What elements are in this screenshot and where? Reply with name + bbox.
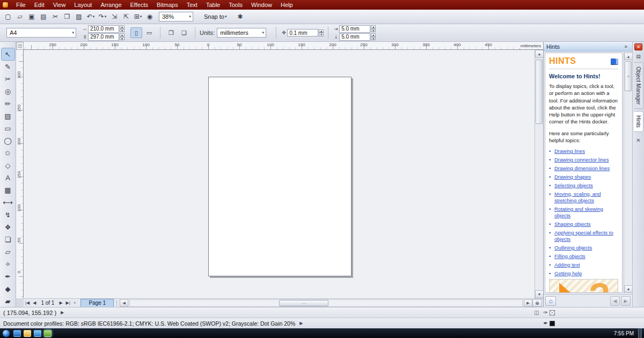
pick-tool[interactable]: ↖ bbox=[2, 48, 14, 60]
vertical-ruler[interactable]: 300250200150100500 bbox=[16, 50, 24, 298]
page-width-stepper[interactable]: ▲▼ bbox=[120, 25, 125, 32]
straight-line-connector-tool[interactable]: ↯ bbox=[2, 209, 14, 221]
hints-home-button[interactable]: ⌂ bbox=[545, 296, 556, 306]
duplicate-x-field[interactable]: 5.0 mm bbox=[339, 25, 370, 33]
start-button[interactable] bbox=[2, 329, 10, 337]
previous-page-button[interactable]: ◀ bbox=[31, 299, 38, 307]
zoom-tool[interactable]: ◎ bbox=[2, 85, 14, 97]
paste-button[interactable]: ▨ bbox=[74, 11, 84, 22]
hint-link[interactable]: Outlining objects bbox=[554, 245, 592, 251]
vertical-scroll-thumb[interactable] bbox=[536, 60, 543, 124]
menu-view[interactable]: View bbox=[49, 0, 70, 10]
nudge-offset-field[interactable]: 0.1 mm bbox=[287, 29, 318, 36]
page-width-field[interactable]: 210.0 mm bbox=[88, 25, 119, 33]
close-tab-group-icon[interactable]: ✕ bbox=[636, 137, 640, 143]
docker-scroll-thumb[interactable]: ≡ bbox=[625, 61, 632, 91]
menu-layout[interactable]: Layout bbox=[70, 0, 96, 10]
menu-tools[interactable]: Tools bbox=[224, 0, 247, 10]
scroll-up-icon[interactable]: ▲ bbox=[624, 53, 633, 60]
system-clock[interactable]: 7:55 PM bbox=[614, 330, 634, 336]
hints-back-button[interactable]: ◀ bbox=[610, 296, 620, 306]
hint-link[interactable]: Adding text bbox=[554, 262, 580, 268]
hint-link[interactable]: Rotating and skewing objects bbox=[554, 206, 618, 219]
hint-link[interactable]: Getting help bbox=[554, 270, 582, 277]
parallel-dimension-tool[interactable]: ⟷ bbox=[2, 196, 14, 208]
current-page-button[interactable]: ❏ bbox=[178, 27, 190, 38]
new-document-button[interactable]: ▢ bbox=[3, 11, 13, 22]
explorer-taskbar-icon[interactable] bbox=[24, 330, 31, 337]
hint-link[interactable]: Selecting objects bbox=[554, 182, 593, 189]
hint-link[interactable]: Drawing shapes bbox=[554, 174, 591, 180]
show-desktop-button[interactable] bbox=[638, 328, 642, 338]
fill-tool[interactable]: ◆ bbox=[2, 283, 14, 295]
hint-link[interactable]: Drawing lines bbox=[554, 148, 585, 155]
application-launcher-button[interactable]: ⊞▾ bbox=[133, 11, 143, 22]
menu-window[interactable]: Window bbox=[247, 0, 276, 10]
document-page[interactable] bbox=[208, 77, 352, 276]
zoom-level-select[interactable]: 38% ▾ bbox=[159, 12, 193, 21]
polygon-tool[interactable]: ✩ bbox=[2, 147, 14, 159]
close-docker-button[interactable]: ✕ bbox=[634, 43, 642, 50]
menu-table[interactable]: Table bbox=[202, 0, 224, 10]
hint-link[interactable]: Drawing dimension lines bbox=[554, 165, 610, 172]
scroll-left-icon[interactable]: ◀ bbox=[120, 299, 128, 307]
status-flyout-icon[interactable]: ▶ bbox=[299, 321, 303, 326]
page-tab[interactable]: Page 1 bbox=[80, 299, 114, 307]
menu-file[interactable]: File bbox=[12, 0, 30, 10]
redo-button[interactable]: ↷▾ bbox=[97, 11, 108, 22]
all-pages-button[interactable]: ❐ bbox=[165, 27, 177, 38]
collapse-docker-icon[interactable]: » bbox=[622, 43, 630, 49]
docker-tab-object-manager[interactable]: Object Manager bbox=[634, 62, 643, 109]
menu-text[interactable]: Text bbox=[182, 0, 202, 10]
scroll-up-icon[interactable]: ▲ bbox=[535, 50, 544, 58]
docker-scrollbar[interactable]: ▲ ≡ ▼ bbox=[624, 53, 632, 293]
chevron-down-icon[interactable]: ▾ bbox=[140, 14, 142, 19]
duplicate-x-stepper[interactable]: ▲▼ bbox=[371, 25, 376, 32]
nudge-offset-stepper[interactable]: ▲▼ bbox=[319, 30, 324, 36]
interactive-fill-tool[interactable]: ▰ bbox=[2, 295, 14, 307]
horizontal-scroll-thumb[interactable]: ⋯ bbox=[279, 300, 328, 306]
open-button[interactable]: ▱ bbox=[14, 11, 25, 22]
options-gear-button[interactable]: ✱ bbox=[235, 11, 245, 22]
shape-tool[interactable]: ✎ bbox=[2, 61, 14, 72]
snap-to-dropdown[interactable]: Snap to ▾ bbox=[201, 11, 230, 22]
outline-pen-tool[interactable]: ✒ bbox=[2, 270, 14, 282]
table-tool[interactable]: ▦ bbox=[2, 184, 14, 196]
menu-arrange[interactable]: Arrange bbox=[96, 0, 126, 10]
page-height-field[interactable]: 297.0 mm bbox=[88, 33, 119, 41]
menu-edit[interactable]: Edit bbox=[30, 0, 49, 10]
horizontal-scrollbar[interactable]: ⋯ bbox=[129, 299, 523, 307]
zoom-to-page-button[interactable]: ⊕ bbox=[532, 299, 542, 307]
coreldraw-taskbar-icon[interactable] bbox=[44, 330, 52, 337]
docker-options-icon[interactable]: ▤ bbox=[636, 54, 641, 59]
corel-connect-button[interactable]: ◉ bbox=[144, 11, 155, 22]
add-page-button[interactable]: + bbox=[72, 299, 78, 307]
undo-button[interactable]: ↶▾ bbox=[85, 11, 96, 22]
basic-shapes-tool[interactable]: ◇ bbox=[2, 159, 14, 171]
landscape-orientation-button[interactable]: ▭ bbox=[143, 27, 155, 38]
chevron-down-icon[interactable]: ▾ bbox=[105, 14, 107, 19]
drawing-canvas[interactable] bbox=[24, 50, 535, 298]
scroll-right-icon[interactable]: ▶ bbox=[524, 299, 532, 307]
page-size-select[interactable]: A4 ▾ bbox=[6, 28, 76, 38]
status-options-icon[interactable]: ◫ bbox=[534, 310, 539, 315]
copy-button[interactable]: ❐ bbox=[62, 11, 72, 22]
portrait-orientation-button[interactable]: ▯ bbox=[130, 27, 142, 38]
units-select[interactable]: millimeters ▾ bbox=[217, 28, 266, 38]
outline-status[interactable]: ✒ bbox=[544, 320, 555, 326]
smart-fill-tool[interactable]: ▨ bbox=[2, 110, 14, 122]
status-flyout-icon[interactable]: ▶ bbox=[61, 310, 64, 315]
hint-link[interactable]: Moving, scaling, and stretching objects bbox=[554, 191, 618, 204]
freehand-tool[interactable]: ✏ bbox=[2, 98, 14, 109]
menu-help[interactable]: Help bbox=[276, 0, 297, 10]
vertical-scrollbar[interactable]: ▲ ▼ bbox=[535, 50, 543, 298]
rectangle-tool[interactable]: ▭ bbox=[2, 122, 14, 134]
menu-effects[interactable]: Effects bbox=[126, 0, 152, 10]
duplicate-y-field[interactable]: 5.0 mm bbox=[339, 33, 370, 41]
help-book-icon[interactable] bbox=[611, 58, 618, 64]
chevron-down-icon[interactable]: ▾ bbox=[93, 14, 95, 19]
first-page-button[interactable]: |◀ bbox=[24, 299, 31, 307]
next-page-button[interactable]: ▶ bbox=[57, 299, 64, 307]
horizontal-ruler[interactable]: 2502001501005005010015020025030035040045… bbox=[24, 42, 543, 50]
hint-link[interactable]: Shaping objects bbox=[554, 221, 591, 227]
